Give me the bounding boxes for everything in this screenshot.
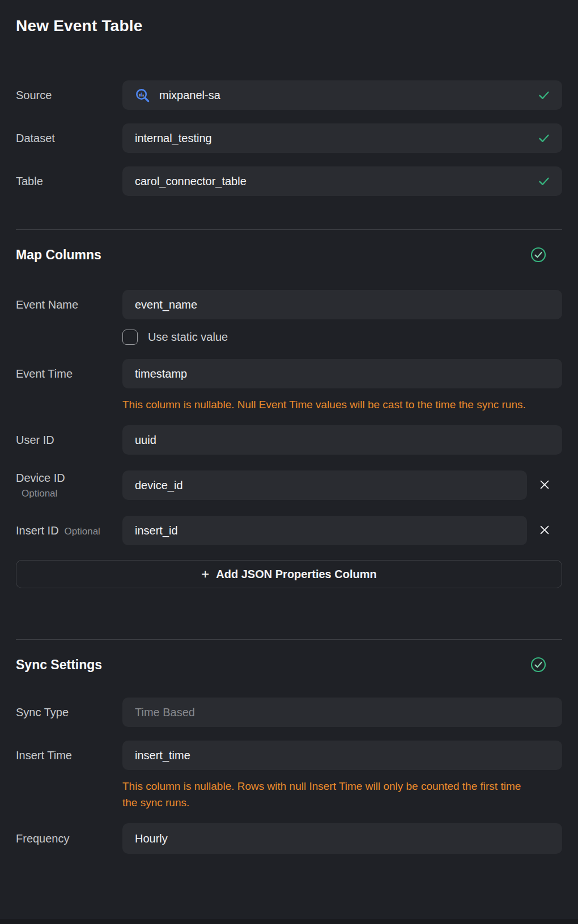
dataset-valid-check-icon bbox=[537, 131, 551, 145]
insert-id-input[interactable]: insert_id bbox=[122, 516, 527, 545]
source-valid-check-icon bbox=[537, 88, 551, 102]
insert-time-value: insert_time bbox=[135, 749, 190, 762]
table-label: Table bbox=[16, 175, 122, 188]
bigquery-icon bbox=[135, 88, 150, 103]
event-time-warning: This column is nullable. Null Event Time… bbox=[122, 396, 537, 413]
frequency-row: Frequency Hourly bbox=[16, 823, 562, 854]
dataset-input[interactable]: internal_testing bbox=[122, 123, 562, 153]
event-name-value: event_name bbox=[135, 298, 197, 311]
user-id-input[interactable]: uuid bbox=[122, 425, 562, 455]
section-divider bbox=[16, 229, 562, 230]
device-id-label: Device ID bbox=[16, 472, 122, 485]
frequency-value: Hourly bbox=[135, 832, 168, 845]
sync-type-row: Sync Type Time Based bbox=[16, 698, 562, 727]
event-name-row: Event Name event_name bbox=[16, 290, 562, 319]
sync-settings-complete-check-icon bbox=[530, 657, 546, 673]
source-label: Source bbox=[16, 89, 122, 102]
device-id-value: device_id bbox=[135, 479, 183, 492]
dataset-row: Dataset internal_testing bbox=[16, 123, 562, 153]
page-title: New Event Table bbox=[16, 17, 562, 35]
add-json-properties-button[interactable]: + Add JSON Properties Column bbox=[16, 560, 562, 588]
frequency-input[interactable]: Hourly bbox=[122, 823, 562, 854]
bottom-edge-strip bbox=[0, 919, 578, 924]
insert-id-label: Insert ID bbox=[16, 524, 59, 537]
insert-id-row: Insert ID Optional insert_id bbox=[16, 516, 562, 545]
sync-type-input[interactable]: Time Based bbox=[122, 698, 562, 727]
event-time-label: Event Time bbox=[16, 367, 122, 380]
insert-time-warning: This column is nullable. Rows with null … bbox=[122, 778, 537, 811]
dataset-label: Dataset bbox=[16, 132, 122, 145]
source-row: Source mixpanel-sa bbox=[16, 80, 562, 110]
insert-id-value: insert_id bbox=[135, 524, 178, 537]
table-value: carol_connector_table bbox=[135, 175, 246, 188]
event-time-row: Event Time timestamp bbox=[16, 359, 562, 388]
insert-id-label-block: Insert ID Optional bbox=[16, 524, 122, 537]
close-icon bbox=[538, 524, 551, 538]
dataset-value: internal_testing bbox=[135, 132, 212, 145]
device-id-input[interactable]: device_id bbox=[122, 470, 527, 500]
insert-id-remove-button[interactable] bbox=[527, 516, 562, 545]
sync-settings-header: Sync Settings bbox=[16, 657, 562, 673]
use-static-value-checkbox[interactable] bbox=[122, 330, 138, 345]
sync-type-label: Sync Type bbox=[16, 706, 122, 719]
device-id-label-block: Device ID Optional bbox=[16, 472, 122, 499]
insert-time-row: Insert Time insert_time bbox=[16, 741, 562, 770]
event-name-input[interactable]: event_name bbox=[122, 290, 562, 319]
source-input[interactable]: mixpanel-sa bbox=[122, 80, 562, 110]
insert-time-input[interactable]: insert_time bbox=[122, 741, 562, 770]
map-columns-complete-check-icon bbox=[530, 247, 546, 263]
user-id-row: User ID uuid bbox=[16, 425, 562, 455]
sync-type-value: Time Based bbox=[135, 706, 195, 719]
event-time-input[interactable]: timestamp bbox=[122, 359, 562, 388]
event-time-value: timestamp bbox=[135, 367, 187, 380]
section-divider bbox=[16, 639, 562, 640]
device-id-remove-button[interactable] bbox=[527, 470, 562, 500]
source-value: mixpanel-sa bbox=[159, 89, 220, 102]
user-id-label: User ID bbox=[16, 434, 122, 447]
table-row: Table carol_connector_table bbox=[16, 166, 562, 196]
use-static-value-row: Use static value bbox=[122, 330, 562, 345]
sync-settings-title: Sync Settings bbox=[16, 657, 102, 673]
use-static-value-label: Use static value bbox=[148, 331, 228, 344]
new-event-table-form: New Event Table Source mixpanel-sa Datas… bbox=[0, 0, 578, 854]
frequency-label: Frequency bbox=[16, 832, 122, 845]
plus-icon: + bbox=[201, 567, 209, 581]
table-input[interactable]: carol_connector_table bbox=[122, 166, 562, 196]
device-id-row: Device ID Optional device_id bbox=[16, 470, 562, 500]
close-icon bbox=[538, 478, 551, 493]
map-columns-title: Map Columns bbox=[16, 247, 101, 263]
insert-id-optional-label: Optional bbox=[65, 526, 100, 537]
add-json-properties-label: Add JSON Properties Column bbox=[216, 568, 376, 581]
event-name-label: Event Name bbox=[16, 298, 122, 311]
insert-time-label: Insert Time bbox=[16, 749, 122, 762]
map-columns-header: Map Columns bbox=[16, 247, 562, 263]
device-id-optional-label: Optional bbox=[16, 488, 122, 499]
table-valid-check-icon bbox=[537, 174, 551, 188]
user-id-value: uuid bbox=[135, 434, 156, 447]
